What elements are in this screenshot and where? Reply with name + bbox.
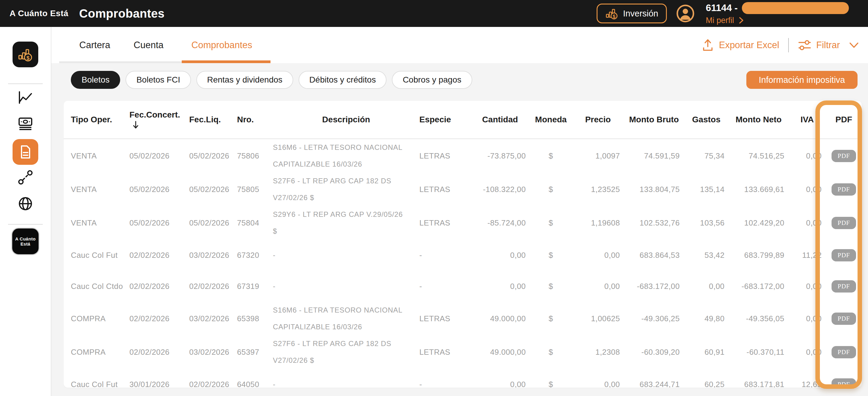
cell-gastos: 53,42 [684,239,729,271]
filter-button[interactable]: Filtrar [798,38,840,52]
cell-gastos: 103,56 [684,206,729,239]
cell-monto-bruto: -60.309,20 [624,335,684,369]
pdf-button[interactable]: PDF [832,249,856,261]
cell-iva: 0,00 [788,206,826,239]
col-header-moneda: Moneda [530,101,572,139]
cell-monto-bruto: 102.532,76 [624,206,684,239]
app-window: A Cuánto Está Comprobantes $ Inversión [0,0,868,396]
filter-pills-row: Boletos Boletos FCI Rentas y dividendos … [52,63,868,89]
table-body: VENTA 05/02/2026 05/02/2026 75806 S16M6 … [64,139,862,388]
sort-descending-icon[interactable] [132,120,139,129]
pill-debitos-creditos[interactable]: Débitos y créditos [299,71,387,89]
page-title: Comprobantes [79,7,165,20]
mi-perfil-link[interactable]: Mi perfil [706,16,849,25]
table-row: VENTA 05/02/2026 05/02/2026 75805 S27F6 … [64,173,862,206]
cell-moneda: $ [530,335,572,369]
cell-gastos: 49,80 [684,302,729,335]
account-number-line: 61144 - [706,2,849,14]
cell-especie: LETRAS [420,139,470,173]
cell-monto-neto: 133.669,61 [729,173,788,206]
cell-fec-liq: 03/02/2026 [189,302,237,335]
tab-bar: Cartera Cuenta Comprobantes Exportar Exc… [52,27,868,63]
cell-monto-neto: 683.171,81 [729,369,788,388]
tab-actions: Exportar Excel Filtrar [702,38,859,52]
export-excel-button[interactable]: Exportar Excel [702,38,779,52]
col-header-fec-concert[interactable]: Fec.Concert. [129,101,189,139]
comprobantes-table-card: Tipo Oper. Fec.Concert. Fec.Liq. Nro. De… [64,101,862,388]
pill-cobros-pagos[interactable]: Cobros y pagos [392,71,472,89]
cell-fec-concert: 02/02/2026 [129,302,189,335]
link-chain-icon [17,169,34,186]
cell-nro: 75805 [237,173,273,206]
cell-descripcion: - [273,271,420,302]
main-content: Cartera Cuenta Comprobantes Exportar Exc… [52,27,868,396]
cell-nro: 75804 [237,206,273,239]
cell-monto-neto: 102.429,20 [729,206,788,239]
sidebar-divider [8,83,43,84]
pdf-button[interactable]: PDF [832,313,856,325]
cell-monto-bruto: 683.864,53 [624,239,684,271]
table-row: Cauc Col Ctdo 02/02/2026 02/02/2026 6731… [64,271,862,302]
sidebar-item-global[interactable] [17,195,34,212]
sidebar-item-performance[interactable] [17,89,34,106]
cell-iva: 0,00 [788,271,826,302]
cell-monto-neto: -60.370,11 [729,335,788,369]
pdf-button[interactable]: PDF [832,150,856,162]
table-row: COMPRA 02/02/2026 03/02/2026 65397 S27F6… [64,335,862,369]
cell-precio: 1,0097 [572,139,624,173]
cell-fec-concert: 02/02/2026 [129,335,189,369]
line-chart-icon [17,89,34,106]
filter-sliders-icon [798,38,811,52]
pill-boletos-active[interactable]: Boletos [71,71,120,89]
informacion-impositiva-button[interactable]: Información impositiva [746,71,858,89]
tabs-nav: Cartera Cuenta Comprobantes [69,27,267,63]
tab-cartera[interactable]: Cartera [69,27,120,63]
chevron-right-icon [738,16,744,25]
cell-cantidad: 0,00 [470,271,530,302]
pdf-button[interactable]: PDF [832,217,856,229]
pill-rentas-dividendos[interactable]: Rentas y dividendos [196,71,293,89]
cell-fec-concert: 30/01/2026 [129,369,189,388]
cell-iva: 0,00 [788,335,826,369]
chevron-down-icon[interactable] [849,41,859,49]
cell-monto-bruto: 133.804,75 [624,173,684,206]
pill-boletos-fci[interactable]: Boletos FCI [126,71,191,89]
pdf-button[interactable]: PDF [832,280,856,292]
cell-fec-liq: 02/02/2026 [189,271,237,302]
col-header-descripcion: Descripción [273,101,420,139]
table-row: Cauc Col Fut 02/02/2026 03/02/2026 67320… [64,239,862,271]
sidebar-item-movements[interactable] [17,115,34,132]
col-header-gastos: Gastos [684,101,729,139]
pdf-button[interactable]: PDF [832,378,856,388]
cell-precio: 1,00625 [572,302,624,335]
tab-comprobantes-active[interactable]: Comprobantes [177,27,267,63]
pdf-button[interactable]: PDF [832,346,856,358]
profile-avatar[interactable] [676,4,694,23]
cell-descripcion: S27F6 - LT REP ARG CAP 182 DS V27/02/26 … [273,335,420,369]
sidebar-item-inversion[interactable]: $ [12,41,38,67]
sidebar-item-links[interactable] [17,169,34,186]
cell-monto-neto: 683.799,89 [729,239,788,271]
export-excel-label: Exportar Excel [719,40,779,51]
cell-iva: 0,00 [788,173,826,206]
cell-descripcion: - [273,369,420,388]
cell-tipo-oper: VENTA [64,206,129,239]
investment-chart-coin-icon: $ [18,47,33,62]
col-header-especie: Especie [420,101,470,139]
table-row: VENTA 05/02/2026 05/02/2026 75804 S29Y6 … [64,206,862,239]
sidebar-brand-logo[interactable]: A Cuánto Está [11,228,39,255]
cell-gastos: 135,14 [684,173,729,206]
filter-label: Filtrar [816,40,840,51]
inversion-button[interactable]: $ Inversión [597,4,667,23]
sidebar-item-comprobantes-active[interactable] [12,139,38,165]
table-row: Cauc Col Fut 30/01/2026 02/02/2026 64050… [64,369,862,388]
cell-cantidad: 49.000,00 [470,302,530,335]
cell-moneda: $ [530,302,572,335]
cell-fec-concert: 02/02/2026 [129,239,189,271]
top-header-bar: A Cuánto Está Comprobantes $ Inversión [0,0,868,27]
cell-precio: 0,00 [572,271,624,302]
inversion-button-label: Inversión [623,9,658,19]
cell-fec-concert: 02/02/2026 [129,271,189,302]
tab-cuenta[interactable]: Cuenta [120,27,177,63]
pdf-button[interactable]: PDF [832,183,856,196]
